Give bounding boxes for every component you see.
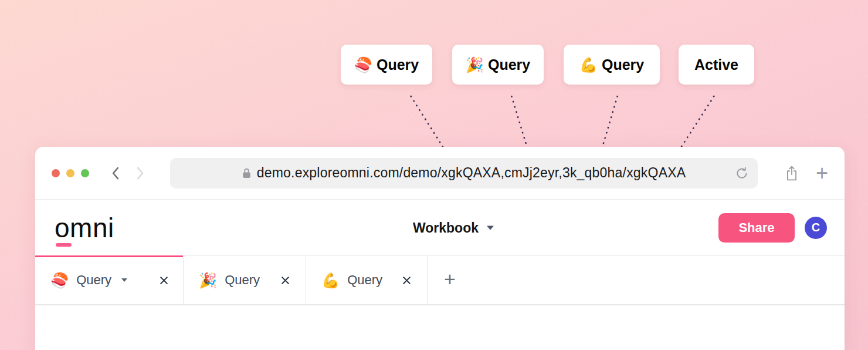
header-right: Share C: [718, 213, 827, 243]
close-x-icon: [402, 275, 412, 285]
url-group: demo.exploreomni.com/demo/xgkQAXA,cmJj2e…: [242, 165, 686, 181]
marketing-background: 🍣 Query 🎉 Query 💪 Query Active: [0, 0, 868, 350]
window-zoom-button[interactable]: [81, 169, 89, 177]
address-bar[interactable]: demo.exploreomni.com/demo/xgkQAXA,cmJj2e…: [170, 158, 758, 189]
muscle-emoji-icon: 💪: [321, 273, 340, 288]
tab-query-muscle[interactable]: 💪 Query: [306, 256, 428, 304]
omni-logo-underline: [56, 243, 72, 247]
browser-chrome: demo.exploreomni.com/demo/xgkQAXA,cmJj2e…: [35, 147, 845, 200]
app-header: omni Workbook Share C: [35, 200, 845, 256]
chevron-down-icon: [487, 226, 494, 230]
omni-logo-text: omni: [55, 214, 114, 241]
callout-query-party: 🎉 Query: [452, 45, 544, 85]
reload-icon: [734, 166, 750, 181]
new-tab-button[interactable]: +: [816, 163, 828, 184]
sushi-emoji-icon: 🍣: [50, 273, 69, 288]
chrome-right-buttons: +: [784, 163, 828, 184]
close-x-icon: [159, 275, 169, 285]
chevron-right-icon: [134, 166, 147, 181]
tab-label: Query: [76, 272, 111, 288]
tab-query-sushi[interactable]: 🍣 Query: [35, 256, 184, 304]
back-button[interactable]: [109, 166, 122, 181]
user-avatar[interactable]: C: [805, 217, 827, 239]
url-text: demo.exploreomni.com/demo/xgkQAXA,cmJj2e…: [257, 165, 686, 181]
close-x-icon: [280, 275, 290, 285]
workbook-dropdown[interactable]: Workbook: [413, 220, 494, 235]
party-emoji-icon: 🎉: [199, 273, 217, 288]
callout-query-sushi: 🍣 Query: [341, 45, 432, 85]
browser-window: demo.exploreomni.com/demo/xgkQAXA,cmJj2e…: [35, 147, 845, 350]
forward-button[interactable]: [134, 166, 147, 181]
window-controls: [52, 169, 89, 177]
tab-query-party[interactable]: 🎉 Query: [184, 256, 306, 304]
chevron-left-icon: [109, 166, 122, 181]
close-tab-button[interactable]: [159, 275, 169, 285]
workbook-title: Workbook: [413, 220, 479, 235]
workbook-tab-bar: 🍣 Query 🎉 Query 💪 Query: [35, 256, 845, 304]
add-tab-button[interactable]: +: [440, 269, 459, 291]
window-minimize-button[interactable]: [66, 169, 74, 177]
tab-label: Query: [225, 272, 260, 288]
share-export-icon: [784, 164, 799, 182]
workbook-content-area: [35, 304, 845, 349]
reload-button[interactable]: [734, 166, 750, 183]
callout-query-muscle: 💪 Query: [564, 45, 660, 85]
window-close-button[interactable]: [52, 169, 60, 177]
tab-options-chevron-icon[interactable]: [121, 278, 127, 282]
close-tab-button[interactable]: [280, 275, 290, 285]
callout-active: Active: [679, 45, 754, 85]
share-button[interactable]: Share: [718, 213, 795, 243]
tab-label: Query: [347, 272, 382, 288]
share-export-button[interactable]: [784, 164, 799, 182]
browser-nav-buttons: [109, 166, 147, 181]
omni-logo: omni: [55, 214, 114, 241]
lock-icon: [242, 167, 251, 179]
close-tab-button[interactable]: [402, 275, 412, 285]
